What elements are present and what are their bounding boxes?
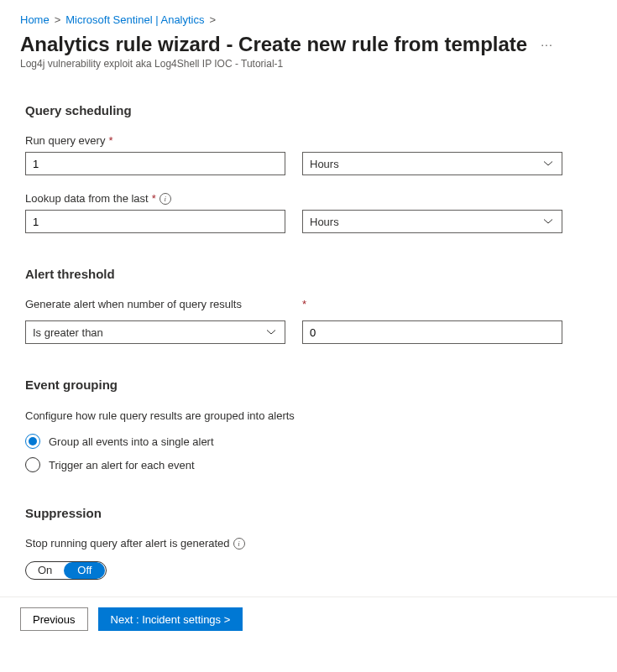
breadcrumb-sentinel[interactable]: Microsoft Sentinel | Analytics bbox=[65, 13, 204, 26]
query-scheduling-heading: Query scheduling bbox=[25, 103, 597, 117]
suppression-toggle[interactable]: On Off bbox=[25, 561, 107, 580]
chevron-right-icon: > bbox=[210, 13, 217, 26]
next-button[interactable]: Next : Incident settings > bbox=[98, 607, 243, 631]
chevron-down-icon bbox=[543, 218, 553, 225]
chevron-down-icon bbox=[543, 160, 553, 167]
run-query-every-label: Run query every * bbox=[25, 134, 597, 147]
radio-trigger-each[interactable]: Trigger an alert for each event bbox=[25, 457, 597, 472]
radio-icon bbox=[25, 434, 40, 449]
threshold-value-input[interactable] bbox=[302, 320, 562, 344]
required-indicator: * bbox=[108, 134, 112, 147]
run-query-every-unit-select[interactable]: Hours bbox=[302, 152, 562, 175]
radio-group-all[interactable]: Group all events into a single alert bbox=[25, 434, 597, 449]
alert-threshold-section: Alert threshold Generate alert when numb… bbox=[25, 267, 597, 344]
event-grouping-heading: Event grouping bbox=[25, 378, 597, 392]
required-indicator: * bbox=[152, 192, 156, 205]
suppression-heading: Suppression bbox=[25, 506, 597, 520]
event-grouping-section: Event grouping Configure how rule query … bbox=[25, 378, 597, 472]
more-actions-button[interactable]: ··· bbox=[537, 38, 557, 51]
lookup-data-input[interactable] bbox=[25, 210, 285, 233]
toggle-on-label: On bbox=[26, 562, 64, 579]
toggle-off-label: Off bbox=[64, 562, 105, 579]
suppression-label: Stop running query after alert is genera… bbox=[25, 537, 597, 550]
info-icon[interactable]: i bbox=[159, 193, 171, 205]
alert-threshold-heading: Alert threshold bbox=[25, 267, 597, 281]
page-title: Analytics rule wizard - Create new rule … bbox=[20, 33, 527, 56]
chevron-down-icon bbox=[266, 329, 276, 336]
lookup-unit-select[interactable]: Hours bbox=[302, 210, 562, 233]
required-indicator: * bbox=[302, 298, 306, 310]
previous-button[interactable]: Previous bbox=[20, 607, 88, 631]
breadcrumb-home[interactable]: Home bbox=[20, 13, 50, 26]
threshold-operator-select[interactable]: Is greater than bbox=[25, 320, 285, 344]
threshold-label: Generate alert when number of query resu… bbox=[25, 298, 285, 310]
info-icon[interactable]: i bbox=[233, 538, 245, 550]
event-grouping-desc: Configure how rule query results are gro… bbox=[25, 409, 302, 424]
breadcrumb: Home > Microsoft Sentinel | Analytics > bbox=[20, 13, 597, 26]
chevron-right-icon: > bbox=[55, 13, 61, 26]
page-subtitle: Log4j vulnerability exploit aka Log4Shel… bbox=[20, 58, 597, 70]
radio-icon bbox=[25, 457, 40, 472]
lookup-label: Lookup data from the last * i bbox=[25, 192, 597, 205]
query-scheduling-section: Query scheduling Run query every * Hours bbox=[25, 103, 597, 233]
footer: Previous Next : Incident settings > bbox=[0, 596, 617, 646]
run-query-every-input[interactable] bbox=[25, 152, 285, 175]
suppression-section: Suppression Stop running query after ale… bbox=[25, 506, 597, 580]
